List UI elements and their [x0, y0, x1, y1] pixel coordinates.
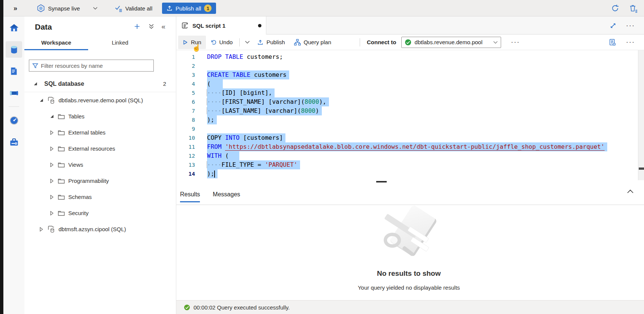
code-editor-area[interactable]: 1DROP TABLE customers;23CREATE TABLE cus…: [176, 50, 638, 180]
query-plan-label: Query plan: [304, 39, 331, 45]
tab-messages[interactable]: Messages: [213, 191, 240, 202]
resource-tree: SQL database2dbtlabs.revenue.demo.pool (…: [24, 76, 176, 237]
database-count: 2: [163, 81, 166, 87]
code-line-7[interactable]: 7····[LAST_NAME] [varchar](8000): [176, 106, 638, 115]
publish-all-button[interactable]: Publish all 1: [162, 3, 216, 14]
tree-node-views[interactable]: Views: [24, 157, 176, 173]
code-line-text: DROP TABLE customers;: [207, 52, 283, 61]
tab-more-button[interactable]: ···: [626, 22, 635, 30]
expand-twisty-icon[interactable]: [33, 82, 38, 86]
filter-input[interactable]: [41, 63, 150, 69]
tree-node-label: SQL database: [44, 81, 84, 87]
expand-twisty-icon[interactable]: [50, 114, 54, 118]
validate-all-label: Validate all: [125, 5, 152, 12]
query-plan-icon: [294, 39, 301, 46]
line-number: 7: [176, 106, 195, 115]
collapse-twisty-icon[interactable]: [50, 195, 54, 199]
tree-node-schemas[interactable]: Schemas: [24, 189, 176, 205]
actions-double-chevron-icon[interactable]: [149, 24, 154, 29]
rail-divider: [9, 106, 19, 107]
magnifier-icon: [384, 233, 401, 248]
publish-label: Publish: [266, 39, 285, 45]
tree-node-label: dbtlabs.revenue.demo.pool (SQL): [59, 97, 143, 103]
undo-button[interactable]: Undo: [206, 36, 237, 49]
code-line-12[interactable]: 12WITH (: [176, 151, 638, 160]
code-line-3[interactable]: 3CREATE TABLE customers: [176, 70, 638, 79]
tab-linked[interactable]: Linked: [88, 37, 152, 50]
tree-node-security[interactable]: Security: [24, 205, 176, 221]
unsaved-indicator: [258, 24, 261, 27]
tree-node-tables[interactable]: Tables: [24, 108, 176, 124]
toolbar-overflow-button[interactable]: ···: [626, 38, 635, 46]
code-line-5[interactable]: 5····[ID] [bigint],: [176, 88, 638, 97]
synapse-logo-icon: [37, 4, 45, 12]
expand-editor-icon[interactable]: [610, 22, 616, 29]
rail-item-develop[interactable]: [6, 63, 22, 79]
collapse-twisty-icon[interactable]: [39, 227, 44, 232]
develop-icon: [9, 66, 19, 76]
collapse-results-chevron-icon[interactable]: [627, 189, 633, 193]
collapse-twisty-icon[interactable]: [50, 163, 54, 167]
folder-icon: [58, 194, 65, 200]
discard-all-button[interactable]: [629, 4, 638, 13]
publish-upload-icon: [167, 5, 173, 11]
tab-sql-script-1[interactable]: SQL script 1: [176, 16, 266, 34]
validate-all-button[interactable]: Validate all: [115, 0, 152, 16]
code-line-11[interactable]: 11FROM 'https://dbtlabsynapsedatalake.bl…: [176, 142, 638, 151]
editor-tab-bar: SQL script 1 ···: [176, 16, 644, 34]
add-resource-button[interactable]: [134, 23, 140, 30]
code-line-8[interactable]: 8);: [176, 115, 638, 124]
line-number: 2: [176, 61, 195, 70]
publish-count-badge: 1: [204, 4, 212, 12]
query-status-bar: 00:00:02 Query executed successfully.: [176, 300, 644, 314]
rail-item-integrate[interactable]: [6, 85, 22, 101]
code-line-10[interactable]: 10COPY INTO [customers]: [176, 133, 638, 142]
tree-node-programmability[interactable]: Programmability: [24, 173, 176, 189]
rail-item-home[interactable]: [6, 19, 22, 36]
code-line-1[interactable]: 1DROP TABLE customers;: [176, 52, 638, 61]
integrate-icon: [9, 88, 19, 98]
tree-node-external-resources[interactable]: External resources: [24, 141, 176, 157]
mouse-cursor: ☝: [192, 43, 201, 52]
expand-twisty-icon[interactable]: [39, 98, 44, 102]
collapse-twisty-icon[interactable]: [50, 147, 54, 151]
undo-dropdown-chevron[interactable]: [242, 36, 253, 49]
rail-item-data[interactable]: [6, 41, 22, 58]
tree-node-sql-database[interactable]: SQL database2: [24, 76, 176, 92]
undo-icon: [210, 39, 216, 45]
status-message: 00:00:02 Query executed successfully.: [194, 304, 290, 311]
tree-node-label: Schemas: [68, 194, 92, 200]
results-body: No results to show Your query yielded no…: [176, 205, 644, 300]
editor-scrollbar[interactable]: [638, 50, 644, 180]
undo-label: Undo: [219, 39, 233, 45]
code-line-4[interactable]: 4(: [176, 79, 638, 88]
collapse-twisty-icon[interactable]: [50, 211, 54, 215]
connect-to-dropdown[interactable]: dbtlabs.revenue.demo.pool: [401, 37, 501, 48]
collapse-twisty-icon[interactable]: [50, 179, 54, 183]
environment-chevron-down-icon[interactable]: [93, 0, 98, 16]
rail-item-monitor[interactable]: [6, 112, 22, 129]
code-line-text: ····FILE_TYPE = 'PARQUET': [207, 160, 300, 169]
collapse-twisty-icon[interactable]: [50, 130, 54, 135]
tab-workspace[interactable]: Workspace: [24, 37, 88, 50]
tree-node-dbtlabs-revenue-demo-pool-sql[interactable]: dbtlabs.revenue.demo.pool (SQL): [24, 92, 176, 108]
collapse-panel-button[interactable]: «: [161, 22, 165, 31]
tree-node-label: External tables: [68, 129, 105, 136]
publish-button[interactable]: Publish: [253, 36, 289, 49]
code-line-13[interactable]: 13····FILE_TYPE = 'PARQUET': [176, 160, 638, 169]
refresh-button[interactable]: [611, 4, 620, 13]
tree-node-external-tables[interactable]: External tables: [24, 124, 176, 141]
rail-item-manage[interactable]: [6, 134, 22, 150]
code-line-6[interactable]: 6····[FIRST_NAME] [varchar](8000),: [176, 97, 638, 106]
code-line-2[interactable]: 2: [176, 61, 638, 70]
code-line-9[interactable]: 9: [176, 124, 638, 133]
query-plan-button[interactable]: Query plan: [290, 36, 336, 49]
environment-switcher[interactable]: Synapse live: [37, 0, 80, 16]
expand-nav-button[interactable]: »: [14, 0, 17, 16]
view-settings-icon[interactable]: [609, 39, 616, 46]
tree-node-dbtmsft-azsyn-cipool-sql[interactable]: dbtmsft.azsyn.cipool (SQL): [24, 221, 176, 237]
tab-results[interactable]: Results: [180, 191, 200, 202]
tab-title: SQL script 1: [192, 22, 225, 29]
toolbar-more-button[interactable]: ···: [511, 38, 520, 46]
code-line-14[interactable]: 14);: [176, 169, 638, 178]
